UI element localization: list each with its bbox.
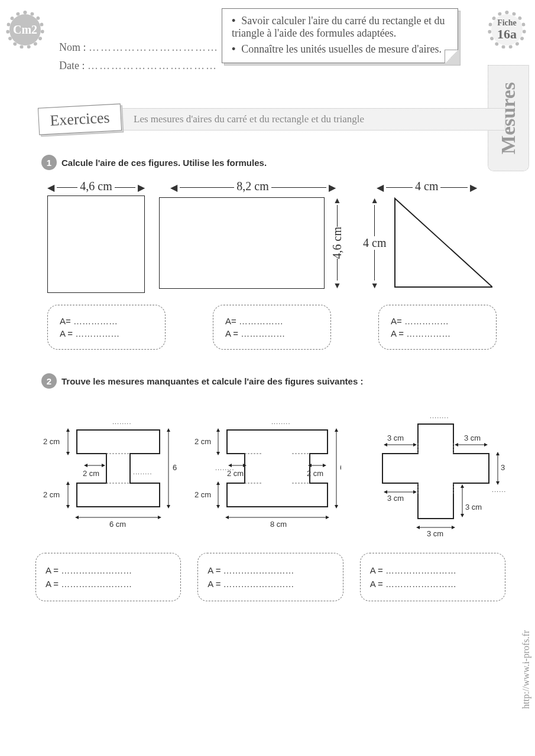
figure-rectangle: ◀ 8,2 cm ▶ ▲ 4,6 cm ▼ [159, 180, 346, 290]
ans1-l2: A = …………… [60, 328, 153, 338]
exercices-banner: Exercices Les mesures d'aires du carré e… [38, 102, 505, 137]
p-3-6: 3 cm [465, 503, 482, 511]
tri-varrow: ▲ 4 cm ▼ [361, 195, 388, 290]
arrow-up-icon: ▲ [333, 195, 342, 205]
i-top-missing: ........ [112, 418, 131, 425]
rect-width: 8,2 cm [236, 180, 268, 193]
ex1-prompt-row: 1 Calcule l'aire de ces figures. Utilise… [41, 155, 505, 170]
name-dots: …………………………… [89, 41, 219, 53]
ex1-number: 1 [41, 155, 57, 170]
arrow-right-icon: ▶ [329, 182, 336, 193]
square-shape [47, 195, 145, 293]
fiche-number: 16a [497, 27, 517, 41]
arrow-left-icon: ◀ [377, 182, 384, 193]
ex1-answers-row: A= …………… A = …………… A= …………… A = …………… A=… [47, 305, 505, 350]
svg-marker-0 [395, 198, 492, 287]
shape-i: ........ 2 cm 2 cm ........ 2 cm 6 cm 6 … [41, 406, 177, 536]
a23: A = …………………… [207, 565, 333, 575]
objective-2: Connaître les unités usuelles de mesure … [232, 43, 448, 56]
footer-url: http://www.i-profs.fr [521, 630, 531, 709]
ans3-l1: A= …………… [391, 316, 484, 326]
ans-box-3: A= …………… A = …………… [378, 305, 497, 350]
arrow-down-icon: ▼ [371, 281, 379, 290]
arrow-left-icon: ◀ [170, 182, 177, 193]
rectangle-shape [159, 197, 325, 289]
ans2-l1: A= …………… [225, 316, 319, 326]
i-mid-missing: ........ [133, 468, 152, 475]
h-2cm-2: 2 cm [194, 490, 211, 499]
a24: A = …………………… [207, 579, 333, 589]
fiche-label-wrap: Fiche 16a [497, 19, 517, 41]
exercices-card: Exercices [38, 103, 122, 135]
banner-title: Les mesures d'aires du carré et du recta… [115, 108, 505, 131]
ex2-prompt-row: 2 Trouve les mesures manquantes et calcu… [41, 373, 505, 389]
a22: A = …………………… [46, 579, 171, 589]
i-6cm: 6 cm [173, 463, 177, 472]
p-3-4: 3 cm [387, 494, 404, 503]
h-2cm-1: 2 cm [194, 437, 211, 446]
ex2-number: 2 [41, 373, 57, 389]
a25: A = …………………… [370, 565, 495, 575]
figure-square: ◀ 4,6 cm ▶ [47, 180, 145, 293]
p-top-missing: ........ [430, 412, 449, 419]
tri-side: 4 cm [363, 236, 386, 250]
ex2-figures-row: ........ 2 cm 2 cm ........ 2 cm 6 cm 6 … [41, 406, 505, 542]
square-width: 4,6 cm [80, 180, 112, 193]
rect-height: 4,6 cm [330, 227, 344, 259]
ans-box-2: A= …………… A = …………… [213, 305, 331, 350]
h-left-missing: ........ [215, 464, 234, 471]
date-dots: …………………………… [87, 60, 218, 71]
i-2cm-mid: 2 cm [83, 469, 99, 478]
objective-1: Savoir calculer l'aire du carré du recta… [232, 15, 448, 40]
p-3-1: 3 cm [387, 434, 404, 442]
h-top-missing: ........ [271, 418, 290, 425]
p-3-2: 3 cm [464, 434, 481, 442]
p-right-missing: ........ [492, 486, 505, 493]
ex2-prompt: Trouve les mesures manquantes et calcule… [61, 376, 363, 386]
a21: A = …………………… [46, 565, 171, 575]
i-6cm-b: 6 cm [109, 520, 126, 529]
figure-triangle: ◀ 4 cm ▶ ▲ 4 cm ▼ [361, 180, 492, 290]
ans2-l2: A = …………… [225, 328, 319, 338]
i-2cm-1: 2 cm [43, 437, 60, 446]
h-6cm: 6 cm [340, 463, 341, 472]
arrow-right-icon: ▶ [138, 182, 145, 193]
arrow-up-icon: ▲ [371, 195, 379, 205]
h-8cm: 8 cm [270, 520, 287, 529]
rect-varrow: ▲ 4,6 cm ▼ [328, 195, 346, 290]
name-label: Nom : [59, 41, 86, 53]
triangle-shape [392, 195, 492, 290]
tri-top: 4 cm [415, 180, 438, 193]
date-label: Date : [59, 60, 85, 71]
ans2-box-3: A = …………………… A = …………………… [360, 553, 505, 601]
shape-plus: ........ 3 cm 3 cm 3 cm ........ 3 cm 3 … [359, 406, 505, 542]
fiche-badge: Fiche 16a [488, 11, 526, 49]
arrow-left-icon: ◀ [47, 182, 54, 193]
a26: A = …………………… [370, 579, 495, 589]
arrow-right-icon: ▶ [470, 182, 477, 193]
i-2cm-2: 2 cm [43, 490, 60, 499]
ans3-l2: A = …………… [391, 328, 484, 338]
p-3-5: 3 cm [427, 529, 443, 538]
ans-box-1: A= …………… A = …………… [47, 305, 166, 350]
grade-badge: Cm2 [6, 11, 44, 49]
ex1-figures-row: ◀ 4,6 cm ▶ ◀ 8,2 cm ▶ ▲ 4,6 cm ▼ [41, 180, 505, 293]
ex1-prompt: Calcule l'aire de ces figures. Utilise l… [61, 158, 267, 168]
objectives-box: Savoir calculer l'aire du carré du recta… [222, 8, 458, 63]
h-2cm-r: 2 cm [307, 469, 323, 478]
p-3-3: 3 cm [501, 463, 505, 472]
ans2-box-1: A = …………………… A = …………………… [35, 553, 181, 601]
ans1-l1: A= …………… [60, 316, 153, 326]
ans2-box-2: A = …………………… A = …………………… [197, 553, 343, 601]
shape-h: ........ 2 cm 2 cm ........ 2 cm 2 cm 6 … [194, 406, 341, 536]
arrow-down-icon: ▼ [333, 281, 342, 290]
grade-label: Cm2 [13, 24, 37, 36]
fiche-word: Fiche [497, 18, 517, 27]
ex2-answers-row: A = …………………… A = …………………… A = …………………… A… [35, 553, 505, 601]
